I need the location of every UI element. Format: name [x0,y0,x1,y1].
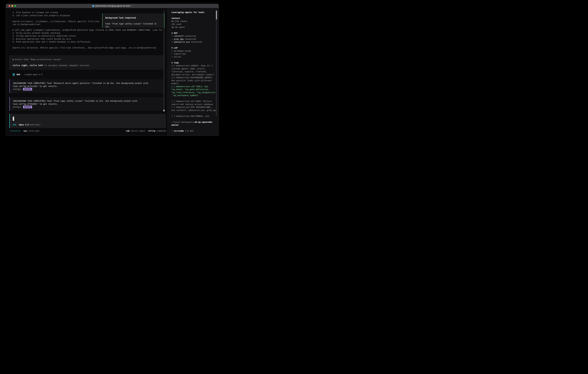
esc-key-hint: esc [24,130,27,132]
task-message-line: [BACKGROUND TASK COMPLETED] Task "Find t… [13,100,161,103]
ctrlp-key-hint: ctrl+p [148,130,155,132]
terminal-line [171,43,218,47]
prompt-input[interactable]: OmO Opus 4.5 Anthropic [10,114,166,128]
queued-badge: QUEUED [23,105,32,108]
terminal-line: curated agents (OmO, oracle, [171,67,218,70]
keyboard-hint-label: to navigate between subagent sessions [43,64,89,67]
spinner-dot [18,130,19,132]
input-provider-name: Anthropic [30,123,41,126]
terminal-line: master [171,124,218,126]
terminal-line [171,14,218,17]
terminal-line: Search src/ directory. Return specific f… [12,46,162,49]
spinner-dot [15,130,15,132]
separator-dot: · [21,73,23,76]
agent-checkbox-icon [13,73,15,76]
terminal-line: [✓] Demonstrate AGENTS: Show all 7 [171,64,218,67]
task-user: yeongyu [13,105,21,108]
agent-name: OmO [17,73,20,76]
terminal-line: 4. Path operations that don't handle Win… [12,40,162,43]
close-window-button[interactable] [9,5,10,7]
terminal-line: 3. Division operations that could divide… [12,37,162,41]
terminal-line: • websearch_exa Connected [171,41,218,43]
notification-title: Background Task Completed [105,16,161,19]
terminal-line: librarian, explore, frontend, [171,70,218,73]
sidebar-content: Leveraging agents for tasks Context66,51… [171,11,218,133]
spinner-dot [10,130,11,132]
window-title: [OpenCode] Leveraging agents for tasks [95,5,130,7]
terminal-line: Leveraging agents for tasks [171,11,218,14]
terminal-line: 3. File handles or streams not closed [12,11,99,14]
session-sidebar: Leveraging agents for tasks Context66,51… [167,8,219,136]
terminal-line: models [171,82,218,85]
window-controls [9,4,16,8]
minimize-window-button[interactable] [11,5,13,7]
terminal-line: [ ] Demonstrate AST-GREP: Pattern [171,100,218,103]
terminal-line: • typescript [171,52,218,55]
terminal-line: • grep_app Connected [171,38,218,41]
terminal-line: 1. Array access without bounds checking [12,31,162,35]
sidebar-scrollbar-thumb[interactable] [216,10,217,19]
queued-badge: QUEUED [23,88,32,91]
terminal-line: lsp_workspace_symbols [171,94,218,97]
spinner-dot [20,130,20,132]
task-message-line: [BACKGROUND TASK COMPLETED] Task "Resear… [13,82,161,85]
spinner-dot [11,130,12,132]
spinner-dot [17,130,18,132]
keyboard-hint-keys: ctrl+x right, ctrl+x left [13,64,43,67]
terminal-line: Context [171,17,218,20]
text-cursor [13,116,14,121]
terminal-line: ▼ Todo [171,61,218,64]
terminal-line: 33% used [171,23,218,26]
oracle-task-panel: ◉ Oracle Task "Deep architecture review"… [10,55,164,70]
terminal-line: Search src/tools/, src/hooks/, src/featu… [12,20,99,23]
conversation-scrollbar-thumb[interactable] [163,110,165,111]
task-completed-message: [BACKGROUND TASK COMPLETED] Task "Find t… [10,97,164,111]
tab-key-hint: tab [126,130,130,132]
terminal-line [171,112,218,115]
agent-model: claude-opus-4-5 [24,73,42,76]
sidebar-scrollbar[interactable] [216,10,217,116]
input-agent-name: OmO [13,123,16,126]
terminal-line [171,29,218,32]
notification-body: Task "Find type safety issues" finished … [105,22,161,25]
terminal-line: [ ] Demonstrate LSP TOOLS: Use [171,85,218,88]
esc-key-label: interrupt [28,130,39,132]
terminal-line: • OpenCode 1.0.163 [171,129,218,133]
terminal-line: • markdown-oxide [171,50,218,52]
terminal-line: • context7 Connected [171,35,218,38]
terminal-line: • eslint [171,55,218,58]
status-circle-icon: ◐ [131,5,132,7]
spinner-dot [14,130,14,132]
task-user: yeongyu [13,88,21,91]
terminal-line: ▼ MCP [171,32,218,35]
working-spinner-dots [10,130,20,132]
terminal-line: 4. LSP client connections not properly d… [12,14,99,17]
maximize-window-button[interactable] [14,5,16,7]
terminal-line [171,97,218,100]
status-bar: esc interrupt tab switch agent ctrl+p co… [10,129,166,133]
task-completed-message: [BACKGROUND TASK COMPLETED] Task "Resear… [10,79,164,93]
terminal-line: $0.46 spent [171,26,218,29]
terminal-line: 2. String operations on potentially unde… [12,34,162,37]
terminal-line: lsp_hover, lsp_goto_definition, [171,88,218,91]
agent-session-header: OmO · claude-opus-4-5 [13,73,42,76]
app-window: [OpenCode] Leveraging agents for tasks ◐… [6,4,219,136]
terminal-line: search and replace across codebase [171,103,218,106]
terminal-line: ▼ LSP [171,46,218,50]
oracle-task-title: Oracle Task "Deep architecture review" [14,58,61,61]
terminal-line: [ ] Demonstrate MULTIMODAL: Use [171,115,218,118]
task-message-line: task_id="bg_6f59260c" to get results. [13,103,161,105]
terminal-line: document-writer, multimodal-looker) [171,73,218,76]
terminal-line [171,118,218,121]
task-message-line: task_id="bg_dcfac161" to get results. [13,85,161,88]
terminal-line [12,17,99,20]
tool-call-text: ⚙ call_omo_agent [subagent_type=explore,… [12,29,162,49]
terminal-line: run_in_background=true] [12,23,99,26]
terminal-line: [ ] Demonstrate MCP INTEGRATIONS: [171,106,218,109]
titlebar[interactable]: [OpenCode] Leveraging agents for tasks ◐ [6,4,219,8]
background-task-notification: Background Task Completed Task "Find typ… [102,13,164,28]
terminal-line: [✓] Demonstrate BACKGROUND AGENTS: [171,76,218,79]
terminal-line: lsp_find_references, lsp_diagnostics, [171,91,218,94]
terminal-line: Run parallel tasks with different [171,79,218,82]
terminal-line: 66,518 tokens [171,20,218,23]
